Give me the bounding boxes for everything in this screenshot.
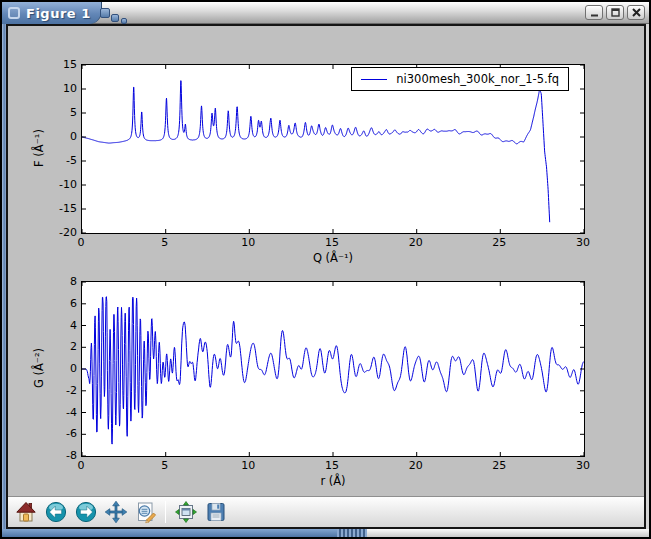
- figure-canvas: ni300mesh_300k_nor_1-5.fq 05101520253015…: [8, 26, 644, 496]
- pan-button[interactable]: [101, 498, 130, 526]
- close-icon: [631, 7, 642, 18]
- y-tick-label: -20: [33, 226, 77, 239]
- titlebar-buttons: [585, 5, 645, 20]
- legend-box: ni300mesh_300k_nor_1-5.fq: [351, 67, 569, 91]
- close-button[interactable]: [627, 5, 645, 20]
- move-arrows-icon: [104, 500, 128, 524]
- navigation-toolbar: [8, 496, 644, 527]
- zoom-rect-button[interactable]: [131, 498, 160, 526]
- home-button[interactable]: [11, 498, 40, 526]
- window-right-border: [646, 24, 649, 537]
- tick-marks: [82, 282, 584, 456]
- y-tick-label: 15: [33, 58, 77, 71]
- x-tick-label: 5: [145, 459, 185, 472]
- back-circle-arrow-icon: [44, 500, 68, 524]
- y-tick-label: 5: [33, 106, 77, 119]
- x-tick-label: 15: [312, 459, 352, 472]
- x-tick-label: 20: [396, 236, 436, 249]
- x-tick-label: 25: [479, 236, 519, 249]
- data-line: [82, 297, 584, 444]
- x-tick-label: 0: [61, 236, 101, 249]
- y-tick-label: -15: [33, 202, 77, 215]
- y-axis-label: F (Å⁻¹): [32, 129, 46, 167]
- y-tick-label: -10: [33, 178, 77, 191]
- minimize-button[interactable]: [585, 5, 603, 20]
- back-button[interactable]: [41, 498, 70, 526]
- data-line: [82, 81, 550, 223]
- y-tick-label: -2: [33, 384, 77, 397]
- x-tick-label: 25: [479, 459, 519, 472]
- x-tick-label: 10: [228, 459, 268, 472]
- toolbar-separator: [165, 501, 166, 523]
- y-tick-label: -8: [33, 449, 77, 462]
- window-bottom-border-accent: [2, 529, 337, 537]
- y-tick-label: 2: [33, 340, 77, 353]
- floppy-disk-icon: [204, 500, 228, 524]
- window-title: Figure 1: [26, 6, 91, 21]
- window-content: ni300mesh_300k_nor_1-5.fq 05101520253015…: [6, 24, 646, 529]
- minimize-icon: [589, 7, 600, 18]
- x-axis-label: Q (Å⁻¹): [81, 251, 585, 265]
- y-tick-label: 4: [33, 319, 77, 332]
- gr-plot-area[interactable]: [81, 281, 585, 457]
- forward-button[interactable]: [71, 498, 100, 526]
- window-resize-grip[interactable]: [337, 529, 367, 537]
- titlebar-decoration: [100, 8, 110, 18]
- legend-line-sample: [361, 79, 387, 80]
- y-tick-label: -6: [33, 427, 77, 440]
- x-tick-label: 30: [563, 236, 603, 249]
- forward-circle-arrow-icon: [74, 500, 98, 524]
- y-tick-label: 0: [33, 362, 77, 375]
- home-icon: [14, 500, 38, 524]
- y-tick-label: 0: [33, 130, 77, 143]
- configure-subplots-button[interactable]: [171, 498, 200, 526]
- maximize-icon: [610, 7, 621, 18]
- window-menu-icon[interactable]: [8, 7, 20, 19]
- window-bottom-border-light: [367, 529, 649, 537]
- x-tick-label: 5: [145, 236, 185, 249]
- x-tick-label: 0: [61, 459, 101, 472]
- window-resize-arrows-icon: [174, 500, 198, 524]
- y-tick-label: -4: [33, 406, 77, 419]
- window-bottom-border: [2, 529, 649, 537]
- plot-svg: [82, 282, 584, 456]
- x-tick-label: 10: [228, 236, 268, 249]
- x-tick-label: 30: [563, 459, 603, 472]
- titlebar[interactable]: Figure 1: [2, 2, 649, 24]
- x-tick-label: 15: [312, 236, 352, 249]
- save-button[interactable]: [201, 498, 230, 526]
- legend-entry-label: ni300mesh_300k_nor_1-5.fq: [396, 72, 559, 86]
- x-axis-label: r (Å): [81, 474, 585, 488]
- y-tick-label: -5: [33, 154, 77, 167]
- maximize-button[interactable]: [606, 5, 624, 20]
- titlebar-decoration: [111, 14, 119, 22]
- magnifier-pencil-icon: [134, 500, 158, 524]
- x-tick-label: 20: [396, 459, 436, 472]
- y-tick-label: 8: [33, 275, 77, 288]
- y-axis-label: G (Å⁻²): [32, 348, 46, 388]
- titlebar-tab[interactable]: Figure 1: [2, 2, 102, 24]
- y-tick-label: 10: [33, 82, 77, 95]
- figure-window: Figure 1: [0, 0, 651, 539]
- y-tick-label: 6: [33, 297, 77, 310]
